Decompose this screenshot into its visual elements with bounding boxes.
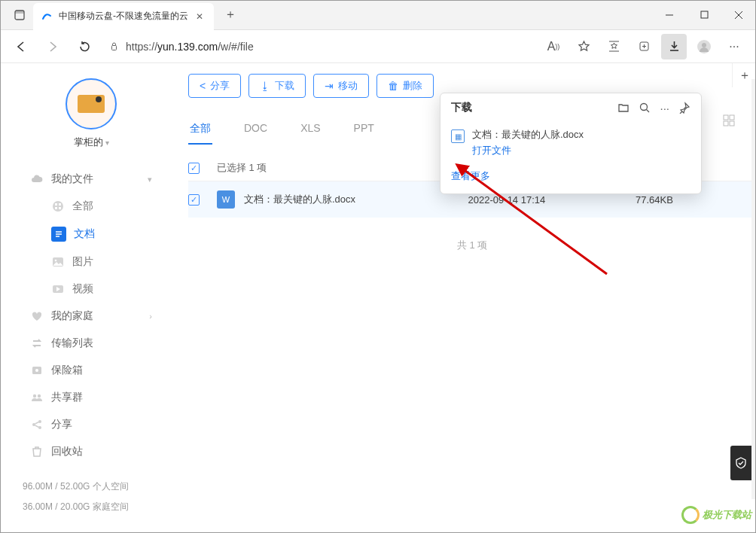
- tab-close-button[interactable]: ✕: [193, 11, 206, 22]
- download-item[interactable]: ▦ 文档：最关键的人脉.docx 打开文件: [440, 122, 701, 163]
- select-all-checkbox[interactable]: ✓: [188, 163, 200, 174]
- downloads-popup-title: 下载: [451, 101, 472, 114]
- cloud-icon: [30, 172, 44, 186]
- svg-point-39: [641, 103, 648, 110]
- chevron-down-icon: ▾: [105, 139, 109, 147]
- svg-point-32: [38, 426, 41, 429]
- file-name: 文档：最关键的人脉.docx: [244, 193, 355, 206]
- family-storage: 36.00M / 20.00G 家庭空间: [23, 497, 129, 516]
- downloads-button[interactable]: [661, 34, 687, 59]
- sidebar-item-all[interactable]: 全部: [23, 193, 160, 220]
- svg-point-15: [53, 201, 63, 212]
- favorite-button[interactable]: [571, 34, 596, 59]
- row-checkbox[interactable]: ✓: [188, 194, 200, 206]
- tab-xls[interactable]: XLS: [299, 117, 322, 145]
- tab-list-icon: [14, 10, 25, 20]
- swirl-icon: [681, 506, 700, 524]
- pin-button[interactable]: [678, 102, 690, 114]
- see-more-link[interactable]: 查看更多: [440, 163, 701, 193]
- grid-icon: [723, 114, 735, 126]
- move-icon: ⇥: [325, 80, 334, 92]
- tab-ppt[interactable]: PPT: [352, 117, 376, 145]
- refresh-button[interactable]: [72, 35, 96, 59]
- share-button[interactable]: <分享: [188, 74, 241, 98]
- site-info-icon[interactable]: [108, 41, 120, 52]
- svg-rect-6: [112, 46, 117, 50]
- delete-button[interactable]: 🗑删除: [376, 74, 434, 98]
- sidebar-item-myfiles[interactable]: 我的文件 ▾: [23, 166, 160, 193]
- file-time: 2022-09-14 17:14: [468, 194, 636, 206]
- downloads-more-button[interactable]: ···: [660, 102, 669, 114]
- move-button[interactable]: ⇥移动: [313, 74, 369, 98]
- menu-button[interactable]: ···: [721, 34, 747, 59]
- view-toggle-button[interactable]: [718, 110, 739, 131]
- transfer-icon: [30, 337, 44, 350]
- svg-rect-1: [15, 11, 24, 14]
- delete-icon: 🗑: [388, 80, 398, 92]
- open-file-link[interactable]: 打开文件: [472, 144, 511, 157]
- forward-button[interactable]: [41, 35, 65, 59]
- tab-doc[interactable]: DOC: [242, 117, 269, 145]
- share-icon: [30, 418, 44, 431]
- svg-rect-36: [730, 115, 734, 120]
- profile-button[interactable]: [691, 34, 717, 59]
- trash-icon: [30, 445, 44, 458]
- svg-rect-38: [730, 121, 734, 126]
- sidebar-item-videos[interactable]: 视频: [23, 276, 160, 303]
- svg-rect-16: [55, 203, 57, 206]
- tab-favicon-icon: [41, 11, 53, 23]
- share-icon: <: [200, 80, 206, 92]
- vertical-scrollbar[interactable]: [751, 79, 756, 499]
- sidebar-item-pics[interactable]: 图片: [23, 248, 160, 276]
- selected-count: 已选择 1 项: [217, 161, 468, 175]
- minimize-button[interactable]: [652, 0, 687, 30]
- page-content: 掌柜的 ▾ 我的文件 ▾ 全部 文档 图片: [14, 63, 756, 533]
- sidebar-item-share[interactable]: 分享: [23, 411, 160, 438]
- tab-list-button[interactable]: [6, 2, 33, 29]
- url-field[interactable]: https://yun.139.com/w/#/file: [104, 41, 533, 53]
- tab-title: 中国移动云盘-不限速免流量的云: [59, 10, 188, 23]
- side-widget[interactable]: [730, 446, 751, 480]
- list-footer: 共 1 项: [188, 239, 756, 252]
- downloads-popup: 下载 ··· ▦ 文档：最关键的人脉.docx 打开文件 查看更多: [440, 93, 702, 194]
- sidebar-item-sharegroup[interactable]: 共享群: [23, 384, 160, 411]
- username[interactable]: 掌柜的 ▾: [23, 136, 160, 149]
- svg-rect-19: [59, 207, 61, 209]
- avatar[interactable]: [66, 78, 117, 129]
- maximize-button[interactable]: [687, 0, 721, 30]
- doc-icon: [51, 227, 66, 242]
- open-folder-button[interactable]: [617, 102, 629, 114]
- svg-rect-35: [724, 115, 728, 120]
- search-downloads-button[interactable]: [639, 102, 651, 114]
- doc-file-icon: ▦: [451, 129, 465, 143]
- address-bar: https://yun.139.com/w/#/file A)) ···: [0, 30, 756, 63]
- svg-rect-3: [701, 11, 708, 18]
- heart-icon: [30, 309, 44, 323]
- read-aloud-button[interactable]: A)): [541, 34, 566, 59]
- back-button[interactable]: [9, 35, 33, 59]
- tab-strip: 中国移动云盘-不限速免流量的云 ✕ ＋: [0, 0, 652, 29]
- browser-tab[interactable]: 中国移动云盘-不限速免流量的云 ✕: [33, 3, 214, 30]
- download-button[interactable]: ⭳下载: [248, 74, 306, 98]
- new-tab-button[interactable]: ＋: [220, 5, 241, 26]
- sidebar-item-docs[interactable]: 文档: [23, 220, 160, 248]
- svg-line-40: [647, 109, 650, 112]
- tab-all[interactable]: 全部: [188, 117, 212, 145]
- close-window-button[interactable]: [721, 0, 756, 30]
- sidebar-item-safe[interactable]: 保险箱: [23, 357, 160, 384]
- svg-point-31: [38, 420, 41, 423]
- storage-info: 96.00M / 52.00G 个人空间 36.00M / 20.00G 家庭空…: [23, 477, 129, 516]
- watermark: 极光下载站: [681, 506, 751, 524]
- svg-line-33: [35, 422, 39, 425]
- svg-rect-37: [724, 121, 728, 126]
- svg-point-27: [35, 369, 38, 372]
- word-file-icon: W: [217, 190, 235, 209]
- sidebar-item-transfers[interactable]: 传输列表: [23, 330, 160, 357]
- collections-button[interactable]: [631, 34, 657, 59]
- personal-storage: 96.00M / 52.00G 个人空间: [23, 477, 129, 496]
- sidebar-item-myhome[interactable]: 我的家庭 ›: [23, 303, 160, 330]
- favorites-bar-button[interactable]: [601, 34, 626, 59]
- svg-rect-17: [59, 203, 61, 206]
- sidebar-item-recycle[interactable]: 回收站: [23, 438, 160, 465]
- url-text: https://yun.139.com/w/#/file: [126, 41, 254, 53]
